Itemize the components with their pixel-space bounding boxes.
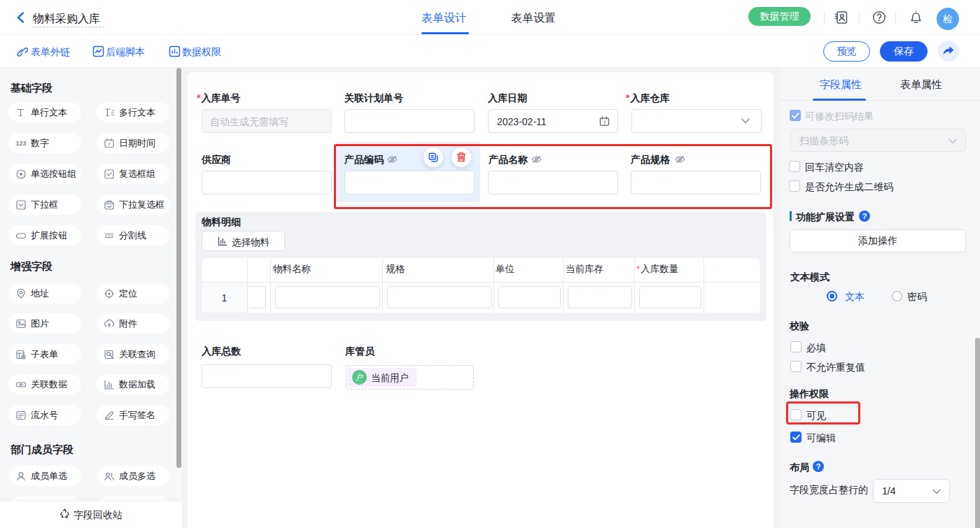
svg-text:7: 7	[603, 120, 606, 126]
svg-text:123: 123	[15, 140, 26, 147]
svg-text:7: 7	[108, 141, 111, 146]
